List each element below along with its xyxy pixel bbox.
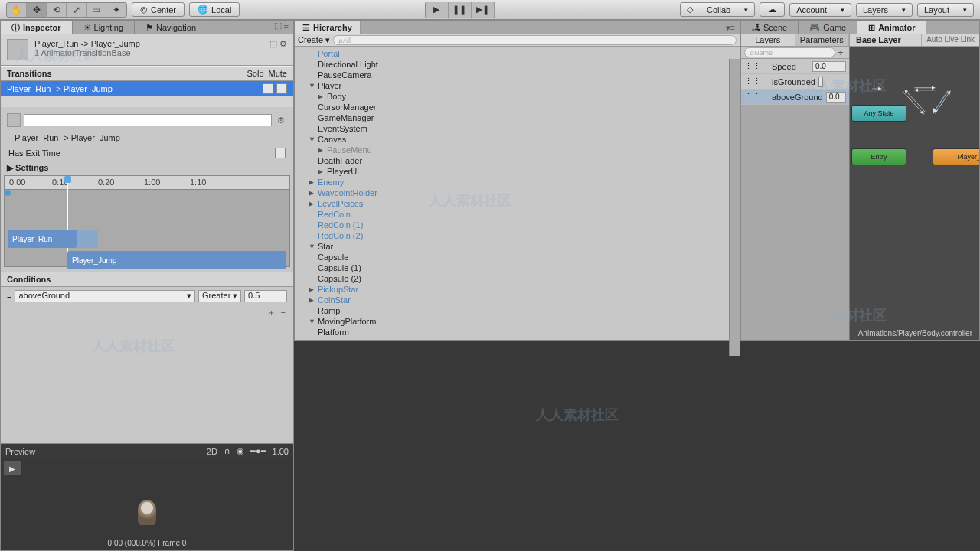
- collab-dropdown[interactable]: ◇Collab: [680, 2, 755, 17]
- rotate-tool[interactable]: ⟲: [47, 3, 67, 17]
- pause-button[interactable]: ❚❚: [449, 2, 472, 18]
- preview-ik-icon[interactable]: ⋔: [224, 446, 230, 456]
- list-item[interactable]: PauseCamera: [295, 70, 740, 80]
- hand-tool[interactable]: ✋: [7, 3, 27, 17]
- preview-2d-toggle[interactable]: 2D: [207, 447, 217, 456]
- list-item[interactable]: ▼Star: [295, 241, 740, 252]
- list-item[interactable]: RedCoin: [295, 209, 740, 220]
- hierarchy-search[interactable]: ⌕All: [333, 35, 737, 45]
- panel-options-icon[interactable]: ⬚ ≡: [274, 21, 293, 34]
- center-button[interactable]: ◎Center: [132, 2, 185, 17]
- list-item[interactable]: RedCoin (2): [295, 230, 740, 241]
- gear-icon[interactable]: ⚙: [275, 116, 287, 126]
- condition-param-dropdown[interactable]: aboveGround▾: [15, 290, 195, 302]
- settings-foldout[interactable]: ▶ Settings: [1, 161, 293, 175]
- param-row[interactable]: ⋮⋮aboveGround0.0: [741, 90, 849, 105]
- list-item[interactable]: ▼MovingPlatform: [295, 316, 740, 327]
- idle-node[interactable]: Player_Idle: [933, 148, 979, 165]
- param-row[interactable]: ⋮⋮isGrounded: [741, 74, 849, 90]
- list-item[interactable]: ▶LevelPeices: [295, 198, 740, 209]
- create-dropdown[interactable]: Create ▾: [298, 35, 330, 45]
- list-item[interactable]: ▶PickupStar: [295, 284, 740, 295]
- scale-tool[interactable]: ⤢: [67, 3, 87, 17]
- layout-dropdown[interactable]: Layout: [917, 3, 974, 17]
- inspector-panel: ⓘInspector ☀Lighting ⚑Navigation ⬚ ≡ Pla…: [0, 20, 294, 551]
- hierarchy-panel: ☰Hierarchy▾≡ Create ▾ ⌕All Portal Direct…: [294, 20, 740, 341]
- list-item[interactable]: ▶CoinStar: [295, 295, 740, 305]
- tab-lighting[interactable]: ☀Lighting: [73, 21, 136, 34]
- list-item[interactable]: DeathFader: [295, 155, 740, 166]
- preview-pivot-icon[interactable]: ◉: [237, 446, 244, 456]
- timeline-state-jump[interactable]: Player_Jump: [67, 251, 286, 269]
- tab-game[interactable]: 🎮Game: [799, 21, 858, 34]
- has-exit-time-row[interactable]: Has Exit Time: [1, 145, 293, 161]
- transitions-header: TransitionsSoloMute: [1, 66, 293, 81]
- transition-name-label: Player_Run -> Player_Jump: [1, 133, 293, 145]
- parameters-tab[interactable]: Parameters: [795, 34, 850, 46]
- list-item[interactable]: Capsule (2): [295, 273, 740, 284]
- condition-value-field[interactable]: 0.5: [244, 290, 287, 302]
- list-item[interactable]: Capsule: [295, 252, 740, 262]
- list-item[interactable]: RedCoin (1): [295, 220, 740, 230]
- base-layer-breadcrumb[interactable]: Base Layer: [850, 34, 907, 46]
- preview-frame-text: 0:00 (000.0%) Frame 0: [108, 539, 187, 550]
- list-item[interactable]: Directional Light: [295, 59, 740, 70]
- condition-comparator-dropdown[interactable]: Greater▾: [198, 290, 241, 302]
- list-item[interactable]: Portal: [295, 48, 740, 59]
- remove-condition-button[interactable]: −: [281, 308, 286, 317]
- layers-dropdown[interactable]: Layers: [856, 3, 913, 17]
- list-item[interactable]: EventSystem: [295, 123, 740, 134]
- list-item[interactable]: ▶WaypointHolder: [295, 187, 740, 198]
- transition-row[interactable]: Player_Run -> Player_Jump: [1, 81, 293, 96]
- transition-name-field[interactable]: [24, 114, 272, 126]
- transition-timeline[interactable]: 0:00 0:10 0:20 1:00 1:10 Player_Run Play…: [4, 175, 290, 267]
- help-icon[interactable]: ⬚ ⚙: [270, 39, 287, 49]
- param-search[interactable]: ⌕Name: [744, 47, 835, 57]
- timeline-state-run[interactable]: Player_Run: [8, 230, 77, 248]
- scrollbar[interactable]: [729, 59, 740, 356]
- entry-node[interactable]: Entry: [851, 148, 906, 165]
- move-tool[interactable]: ✥: [27, 3, 47, 17]
- condition-row[interactable]: = aboveGround▾ Greater▾ 0.5: [1, 287, 293, 305]
- local-button[interactable]: 🌐Local: [189, 2, 240, 17]
- svg-line-5: [933, 91, 948, 114]
- transition-icon: [7, 39, 28, 60]
- add-param-button[interactable]: +: [835, 47, 846, 58]
- param-row[interactable]: ⋮⋮Speed0.0: [741, 59, 849, 74]
- tab-navigation[interactable]: ⚑Navigation: [135, 21, 207, 34]
- step-button[interactable]: ▶❚: [472, 2, 495, 18]
- list-item[interactable]: CursorManager: [295, 102, 740, 112]
- animator-graph[interactable]: Any State Entry Player_Idle Player_Run P…: [850, 47, 979, 340]
- preview-play-button[interactable]: ▶: [4, 461, 21, 475]
- playhead-marker-icon[interactable]: [5, 190, 11, 196]
- panel-options-icon[interactable]: ▾≡: [726, 23, 740, 33]
- play-controls: ▶ ❚❚ ▶❚: [425, 2, 495, 18]
- main-toolbar: ✋ ✥ ⟲ ⤢ ▭ ✦ ◎Center 🌐Local ▶ ❚❚ ▶❚ ◇Coll…: [0, 0, 980, 20]
- cloud-button[interactable]: ☁: [760, 2, 785, 17]
- list-item[interactable]: ▼Player: [295, 80, 740, 91]
- list-item[interactable]: ▶PauseMenu: [295, 145, 740, 155]
- play-button[interactable]: ▶: [426, 2, 449, 18]
- list-item[interactable]: Ramp: [295, 305, 740, 316]
- list-item[interactable]: ▶Body: [295, 91, 740, 102]
- list-item[interactable]: Platform: [295, 327, 740, 337]
- transform-tool[interactable]: ✦: [106, 3, 126, 17]
- add-condition-button[interactable]: ＋: [267, 308, 276, 317]
- anystate-node[interactable]: Any State: [851, 105, 906, 122]
- auto-live-link[interactable]: Auto Live Link: [921, 34, 979, 46]
- account-dropdown[interactable]: Account: [789, 3, 851, 17]
- list-item[interactable]: Capsule (1): [295, 262, 740, 273]
- layers-tab[interactable]: Layers: [741, 34, 795, 46]
- tab-scene[interactable]: 🏞Scene: [741, 21, 799, 34]
- controller-path: Animations/Player/Body.controller: [856, 327, 975, 340]
- list-item[interactable]: GameManager: [295, 112, 740, 123]
- list-item[interactable]: ▶PlayerUI: [295, 166, 740, 177]
- timeline-blend[interactable]: [77, 230, 98, 248]
- remove-transition-button[interactable]: −: [1, 96, 293, 107]
- tab-inspector[interactable]: ⓘInspector: [1, 21, 73, 34]
- list-item[interactable]: ▼Canvas: [295, 134, 740, 145]
- list-item[interactable]: ▶Enemy: [295, 177, 740, 187]
- rect-tool[interactable]: ▭: [87, 3, 106, 17]
- hierarchy-tab[interactable]: ☰Hierarchy: [295, 21, 361, 34]
- tab-animator[interactable]: ⊞Animator: [858, 21, 926, 34]
